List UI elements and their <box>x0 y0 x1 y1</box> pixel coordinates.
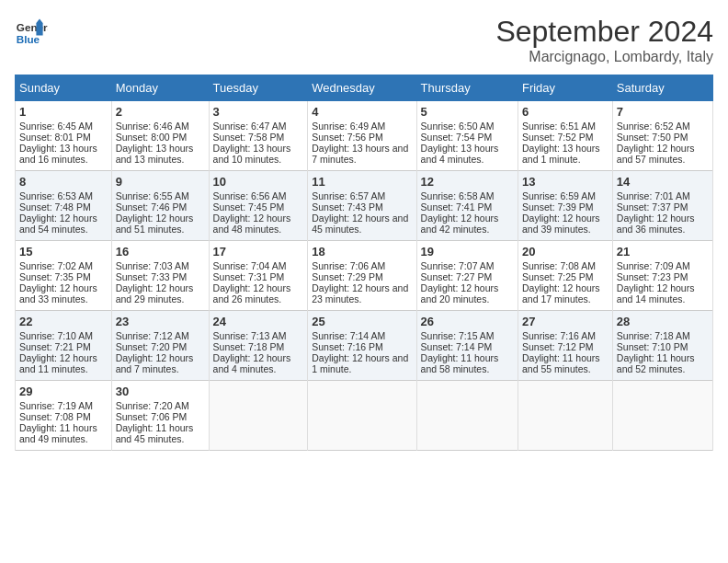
sunrise-text: Sunrise: 6:50 AM <box>421 121 495 132</box>
calendar-cell: 3Sunrise: 6:47 AMSunset: 7:58 PMDaylight… <box>209 101 308 171</box>
sunrise-text: Sunrise: 6:45 AM <box>19 121 93 132</box>
col-wednesday: Wednesday <box>308 75 416 101</box>
calendar-cell <box>308 381 416 451</box>
day-number: 21 <box>617 245 709 259</box>
calendar-cell: 10Sunrise: 6:56 AMSunset: 7:45 PMDayligh… <box>209 171 308 241</box>
calendar-cell: 27Sunrise: 7:16 AMSunset: 7:12 PMDayligh… <box>518 311 612 381</box>
sunrise-text: Sunrise: 6:57 AM <box>312 190 385 201</box>
day-number: 23 <box>116 315 205 328</box>
sunrise-text: Sunrise: 7:19 AM <box>19 400 93 411</box>
sunset-text: Sunset: 7:45 PM <box>213 201 285 213</box>
sunset-text: Sunset: 7:21 PM <box>19 341 91 352</box>
sunset-text: Sunset: 7:25 PM <box>522 271 594 282</box>
daylight-text: Daylight: 13 hours and 4 minutes. <box>421 143 499 165</box>
day-number: 25 <box>312 315 412 328</box>
calendar-cell: 8Sunrise: 6:53 AMSunset: 7:48 PMDaylight… <box>16 171 112 241</box>
sunrise-text: Sunrise: 6:58 AM <box>421 190 495 201</box>
sunrise-text: Sunrise: 7:15 AM <box>421 330 495 341</box>
sunset-text: Sunset: 7:08 PM <box>19 411 91 422</box>
calendar-cell: 23Sunrise: 7:12 AMSunset: 7:20 PMDayligh… <box>111 311 209 381</box>
daylight-text: Daylight: 11 hours and 58 minutes. <box>421 352 499 374</box>
calendar-cell: 18Sunrise: 7:06 AMSunset: 7:29 PMDayligh… <box>308 241 416 311</box>
daylight-text: Daylight: 11 hours and 52 minutes. <box>617 352 695 374</box>
calendar-cell: 19Sunrise: 7:07 AMSunset: 7:27 PMDayligh… <box>416 241 518 311</box>
sunrise-text: Sunrise: 6:52 AM <box>617 121 690 132</box>
calendar-week-row: 29Sunrise: 7:19 AMSunset: 7:08 PMDayligh… <box>16 381 713 451</box>
col-sunday: Sunday <box>16 75 112 101</box>
day-number: 20 <box>522 245 609 259</box>
sunset-text: Sunset: 7:56 PM <box>312 132 383 143</box>
calendar-week-row: 8Sunrise: 6:53 AMSunset: 7:48 PMDaylight… <box>16 171 713 241</box>
calendar-cell <box>612 381 712 451</box>
calendar-cell: 22Sunrise: 7:10 AMSunset: 7:21 PMDayligh… <box>16 311 112 381</box>
sunset-text: Sunset: 7:46 PM <box>116 201 188 213</box>
sunrise-text: Sunrise: 7:07 AM <box>421 260 495 271</box>
daylight-text: Daylight: 11 hours and 49 minutes. <box>19 422 97 444</box>
calendar-cell: 26Sunrise: 7:15 AMSunset: 7:14 PMDayligh… <box>416 311 518 381</box>
calendar-cell: 17Sunrise: 7:04 AMSunset: 7:31 PMDayligh… <box>209 241 308 311</box>
day-number: 10 <box>213 175 304 189</box>
daylight-text: Daylight: 12 hours and 7 minutes. <box>116 352 194 374</box>
daylight-text: Daylight: 12 hours and 20 minutes. <box>421 282 499 304</box>
daylight-text: Daylight: 12 hours and 4 minutes. <box>213 352 291 374</box>
logo-icon: General Blue <box>15 15 48 48</box>
title-area: September 2024 Marcignago, Lombardy, Ita… <box>495 15 713 65</box>
calendar-table: Sunday Monday Tuesday Wednesday Thursday… <box>15 75 713 451</box>
calendar-cell: 11Sunrise: 6:57 AMSunset: 7:43 PMDayligh… <box>308 171 416 241</box>
daylight-text: Daylight: 12 hours and 23 minutes. <box>312 282 408 304</box>
sunrise-text: Sunrise: 7:01 AM <box>617 190 690 201</box>
daylight-text: Daylight: 12 hours and 14 minutes. <box>617 282 695 304</box>
col-monday: Monday <box>111 75 209 101</box>
sunset-text: Sunset: 7:29 PM <box>312 271 383 282</box>
sunrise-text: Sunrise: 7:09 AM <box>617 260 690 271</box>
day-number: 19 <box>421 245 514 259</box>
sunset-text: Sunset: 7:41 PM <box>421 201 493 213</box>
calendar-cell: 13Sunrise: 6:59 AMSunset: 7:39 PMDayligh… <box>518 171 612 241</box>
sunset-text: Sunset: 7:14 PM <box>421 341 493 352</box>
calendar-cell: 12Sunrise: 6:58 AMSunset: 7:41 PMDayligh… <box>416 171 518 241</box>
sunrise-text: Sunrise: 6:47 AM <box>213 121 287 132</box>
daylight-text: Daylight: 13 hours and 13 minutes. <box>116 143 194 165</box>
sunset-text: Sunset: 7:12 PM <box>522 341 594 352</box>
day-number: 4 <box>312 105 412 119</box>
daylight-text: Daylight: 11 hours and 55 minutes. <box>522 352 600 374</box>
day-number: 30 <box>116 385 205 398</box>
main-title: September 2024 <box>495 15 713 49</box>
day-number: 15 <box>19 245 108 259</box>
daylight-text: Daylight: 13 hours and 1 minute. <box>522 143 600 165</box>
sunrise-text: Sunrise: 7:14 AM <box>312 330 385 341</box>
daylight-text: Daylight: 12 hours and 26 minutes. <box>213 282 291 304</box>
sunset-text: Sunset: 8:00 PM <box>116 132 188 143</box>
svg-text:General: General <box>17 21 48 33</box>
calendar-cell: 29Sunrise: 7:19 AMSunset: 7:08 PMDayligh… <box>16 381 112 451</box>
daylight-text: Daylight: 11 hours and 45 minutes. <box>116 422 194 444</box>
calendar-cell: 25Sunrise: 7:14 AMSunset: 7:16 PMDayligh… <box>308 311 416 381</box>
calendar-cell: 9Sunrise: 6:55 AMSunset: 7:46 PMDaylight… <box>111 171 209 241</box>
daylight-text: Daylight: 12 hours and 1 minute. <box>312 352 408 374</box>
daylight-text: Daylight: 12 hours and 51 minutes. <box>116 213 194 235</box>
sunset-text: Sunset: 7:20 PM <box>116 341 188 352</box>
sunset-text: Sunset: 7:18 PM <box>213 341 285 352</box>
day-number: 14 <box>617 175 709 189</box>
sunset-text: Sunset: 7:06 PM <box>116 411 188 422</box>
day-number: 5 <box>421 105 514 119</box>
sunrise-text: Sunrise: 6:51 AM <box>522 121 596 132</box>
day-number: 11 <box>312 175 412 189</box>
calendar-week-row: 22Sunrise: 7:10 AMSunset: 7:21 PMDayligh… <box>16 311 713 381</box>
subtitle: Marcignago, Lombardy, Italy <box>495 49 713 65</box>
day-number: 7 <box>617 105 709 119</box>
sunset-text: Sunset: 7:35 PM <box>19 271 91 282</box>
sunset-text: Sunset: 7:31 PM <box>213 271 285 282</box>
daylight-text: Daylight: 12 hours and 17 minutes. <box>522 282 600 304</box>
col-friday: Friday <box>518 75 612 101</box>
calendar-cell: 16Sunrise: 7:03 AMSunset: 7:33 PMDayligh… <box>111 241 209 311</box>
sunrise-text: Sunrise: 7:08 AM <box>522 260 596 271</box>
calendar-cell: 20Sunrise: 7:08 AMSunset: 7:25 PMDayligh… <box>518 241 612 311</box>
sunset-text: Sunset: 7:39 PM <box>522 201 594 213</box>
day-number: 9 <box>116 175 205 189</box>
daylight-text: Daylight: 12 hours and 48 minutes. <box>213 213 291 235</box>
calendar-cell: 21Sunrise: 7:09 AMSunset: 7:23 PMDayligh… <box>612 241 712 311</box>
day-number: 3 <box>213 105 304 119</box>
calendar-cell <box>518 381 612 451</box>
sunset-text: Sunset: 7:16 PM <box>312 341 383 352</box>
